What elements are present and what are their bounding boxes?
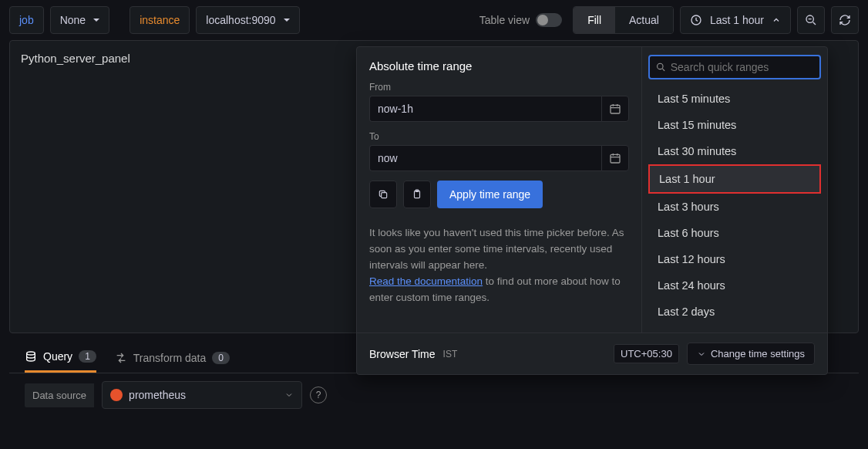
svg-rect-5 [382, 193, 387, 198]
to-label: To [369, 131, 629, 142]
help-icon[interactable]: ? [310, 387, 327, 403]
instance-label: instance [140, 14, 180, 26]
calendar-icon [609, 103, 621, 115]
read-documentation-link[interactable]: Read the documentation [369, 275, 483, 287]
quick-search-box[interactable] [648, 55, 821, 79]
quick-range-item[interactable]: Last 3 hours [648, 194, 821, 220]
clock-icon [690, 14, 702, 26]
apply-time-range-button[interactable]: Apply time range [437, 181, 543, 208]
job-value: None [60, 14, 86, 26]
timepicker-hint: It looks like you haven't used this time… [369, 225, 629, 306]
instance-label-pill[interactable]: instance [130, 6, 190, 34]
quick-range-item[interactable]: Last 5 minutes [648, 86, 821, 112]
tab-query-count: 1 [79, 350, 96, 363]
timepicker-popover: Absolute time range From To [356, 46, 828, 375]
transform-icon [115, 352, 127, 364]
quick-ranges-column: Last 5 minutesLast 15 minutesLast 30 min… [642, 47, 827, 333]
table-view-toggle-group: Table view [479, 13, 562, 27]
quick-range-item[interactable]: Last 24 hours [648, 272, 821, 299]
browser-time-label: Browser Time [369, 348, 436, 360]
fill-segment[interactable]: Fill [574, 7, 615, 33]
from-label: From [369, 82, 629, 93]
refresh-button[interactable] [831, 6, 859, 34]
quick-range-item[interactable]: Last 6 hours [648, 220, 821, 246]
fill-actual-segment: Fill Actual [573, 6, 674, 34]
table-view-label: Table view [479, 14, 530, 26]
svg-rect-3 [611, 105, 620, 113]
top-toolbar: job None instance localhost:9090 Table v… [0, 0, 868, 40]
tab-transform-count: 0 [212, 352, 230, 364]
chevron-down-icon [284, 390, 294, 400]
copy-button[interactable] [369, 181, 397, 208]
instance-value-dropdown[interactable]: localhost:9090 [196, 6, 299, 34]
time-range-button[interactable]: Last 1 hour [680, 6, 791, 34]
tab-query[interactable]: Query 1 [25, 350, 96, 373]
paste-button[interactable] [403, 181, 431, 208]
utc-offset: UTC+05:30 [614, 344, 679, 363]
time-range-label: Last 1 hour [710, 14, 764, 26]
svg-rect-4 [611, 154, 620, 163]
tab-transform-label: Transform data [133, 352, 206, 364]
absolute-range-column: Absolute time range From To [357, 47, 642, 333]
prometheus-icon [110, 389, 123, 401]
browser-time-tz: IST [443, 349, 458, 360]
refresh-icon [839, 14, 851, 26]
from-calendar-button[interactable] [601, 96, 629, 122]
copy-icon [378, 189, 389, 200]
svg-point-2 [27, 352, 35, 355]
datasource-value: prometheus [129, 389, 278, 401]
zoom-out-button[interactable] [797, 6, 825, 34]
table-view-toggle[interactable] [536, 13, 562, 27]
clipboard-icon [412, 189, 422, 200]
actual-segment[interactable]: Actual [615, 7, 673, 33]
quick-range-item[interactable]: Last 30 minutes [648, 138, 821, 164]
job-label-pill[interactable]: job [9, 6, 44, 34]
to-calendar-button[interactable] [601, 145, 629, 171]
tab-transform[interactable]: Transform data 0 [115, 352, 230, 372]
from-input[interactable] [369, 96, 601, 122]
quick-range-item[interactable]: Last 15 minutes [648, 112, 821, 138]
change-time-settings-button[interactable]: Change time settings [687, 343, 815, 365]
datasource-label: Data source [25, 383, 94, 407]
timepicker-footer: Browser Time IST UTC+05:30 Change time s… [357, 333, 827, 374]
instance-value: localhost:9090 [206, 14, 275, 26]
quick-range-item[interactable]: Last 12 hours [648, 246, 821, 272]
job-value-dropdown[interactable]: None [50, 6, 109, 34]
svg-point-8 [658, 63, 663, 69]
calendar-icon [609, 152, 621, 164]
absolute-range-title: Absolute time range [369, 59, 629, 73]
quick-range-item[interactable]: Last 1 hour [648, 164, 821, 194]
chevron-down-icon [697, 349, 706, 359]
search-icon [656, 62, 666, 73]
job-label: job [19, 14, 34, 26]
datasource-select[interactable]: prometheus [102, 381, 302, 409]
quick-ranges-list: Last 5 minutesLast 15 minutesLast 30 min… [648, 86, 821, 325]
quick-range-item[interactable]: Last 2 days [648, 299, 821, 325]
quick-search-input[interactable] [671, 61, 813, 73]
database-icon [25, 350, 37, 363]
datasource-row: Data source prometheus ? [9, 373, 859, 417]
zoom-out-icon [805, 14, 817, 26]
to-input[interactable] [369, 145, 601, 171]
tab-query-label: Query [43, 350, 72, 363]
chevron-up-icon [772, 15, 781, 25]
